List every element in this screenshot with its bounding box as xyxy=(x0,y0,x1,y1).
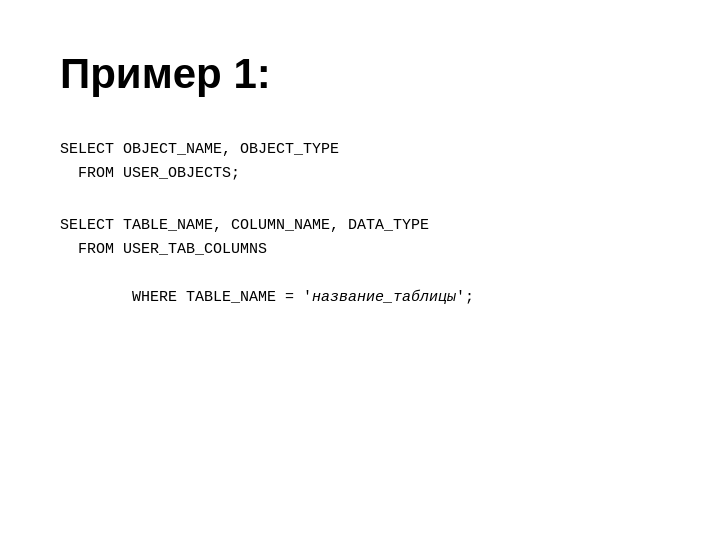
code-line-1-1: SELECT OBJECT_NAME, OBJECT_TYPE xyxy=(60,138,660,162)
code-line-1-2: FROM USER_OBJECTS; xyxy=(60,162,660,186)
code-line-2-1: SELECT TABLE_NAME, COLUMN_NAME, DATA_TYP… xyxy=(60,214,660,238)
code-block-2: SELECT TABLE_NAME, COLUMN_NAME, DATA_TYP… xyxy=(60,214,660,334)
code-line-2-3-italic: название_таблицы xyxy=(312,289,456,306)
code-block-1: SELECT OBJECT_NAME, OBJECT_TYPE FROM USE… xyxy=(60,138,660,186)
code-line-2-3-prefix: WHERE TABLE_NAME = ' xyxy=(114,289,312,306)
code-line-2-3: WHERE TABLE_NAME = 'название_таблицы'; xyxy=(60,262,660,334)
code-line-2-3-suffix: '; xyxy=(456,289,474,306)
code-line-2-2: FROM USER_TAB_COLUMNS xyxy=(60,238,660,262)
slide-container: Пример 1: SELECT OBJECT_NAME, OBJECT_TYP… xyxy=(0,0,720,540)
slide-title: Пример 1: xyxy=(60,50,660,98)
